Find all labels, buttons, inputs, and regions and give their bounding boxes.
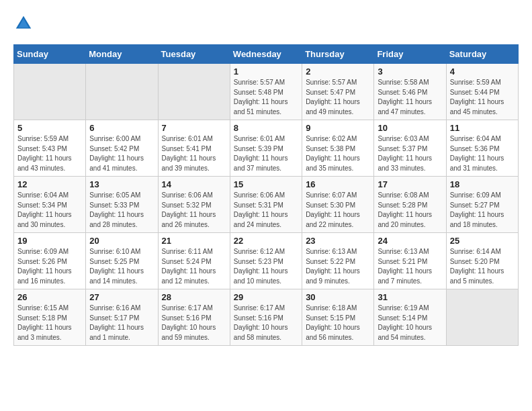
calendar-week-row: 5Sunrise: 5:59 AM Sunset: 5:43 PM Daylig… <box>14 120 519 177</box>
day-number: 24 <box>378 236 442 246</box>
logo-icon <box>13 13 34 34</box>
day-detail: Sunrise: 6:03 AM Sunset: 5:37 PM Dayligh… <box>378 134 442 173</box>
day-number: 1 <box>234 66 298 77</box>
day-number: 8 <box>234 123 298 133</box>
calendar-day-header: Wednesday <box>230 45 302 64</box>
calendar-day-header: Saturday <box>446 45 518 64</box>
calendar-week-row: 1Sunrise: 5:57 AM Sunset: 5:48 PM Daylig… <box>14 64 519 120</box>
day-number: 14 <box>162 179 226 189</box>
day-detail: Sunrise: 6:04 AM Sunset: 5:34 PM Dayligh… <box>17 191 82 230</box>
day-detail: Sunrise: 6:15 AM Sunset: 5:18 PM Dayligh… <box>17 304 82 342</box>
day-number: 15 <box>234 179 298 189</box>
calendar-week-row: 26Sunrise: 6:15 AM Sunset: 5:18 PM Dayli… <box>14 289 519 346</box>
calendar-day-cell <box>14 64 86 120</box>
calendar-day-cell <box>446 289 518 346</box>
calendar-day-cell: 1Sunrise: 5:57 AM Sunset: 5:48 PM Daylig… <box>230 64 302 120</box>
day-number: 28 <box>162 292 226 302</box>
day-number: 30 <box>306 292 370 302</box>
calendar-day-header: Thursday <box>302 45 374 64</box>
day-detail: Sunrise: 6:07 AM Sunset: 5:30 PM Dayligh… <box>306 191 370 230</box>
day-number: 19 <box>17 236 82 246</box>
calendar-day-header: Monday <box>86 45 158 64</box>
day-detail: Sunrise: 6:06 AM Sunset: 5:31 PM Dayligh… <box>234 191 298 230</box>
day-number: 25 <box>450 236 515 246</box>
calendar-week-row: 12Sunrise: 6:04 AM Sunset: 5:34 PM Dayli… <box>14 177 519 233</box>
calendar-day-cell: 25Sunrise: 6:14 AM Sunset: 5:20 PM Dayli… <box>446 233 518 289</box>
day-number: 5 <box>17 123 82 133</box>
calendar-day-cell: 3Sunrise: 5:58 AM Sunset: 5:46 PM Daylig… <box>374 64 446 120</box>
day-number: 17 <box>378 179 442 189</box>
day-detail: Sunrise: 6:18 AM Sunset: 5:15 PM Dayligh… <box>306 304 370 342</box>
calendar-week-row: 19Sunrise: 6:09 AM Sunset: 5:26 PM Dayli… <box>14 233 519 289</box>
calendar-day-cell: 15Sunrise: 6:06 AM Sunset: 5:31 PM Dayli… <box>230 177 302 233</box>
day-number: 6 <box>89 123 154 133</box>
day-number: 9 <box>306 123 370 133</box>
calendar-day-cell: 21Sunrise: 6:11 AM Sunset: 5:24 PM Dayli… <box>158 233 230 289</box>
day-detail: Sunrise: 6:01 AM Sunset: 5:39 PM Dayligh… <box>234 134 298 173</box>
calendar-table: SundayMondayTuesdayWednesdayThursdayFrid… <box>13 44 519 346</box>
calendar-day-cell: 4Sunrise: 5:59 AM Sunset: 5:44 PM Daylig… <box>446 64 518 120</box>
day-detail: Sunrise: 6:06 AM Sunset: 5:32 PM Dayligh… <box>162 191 226 230</box>
calendar-day-cell: 18Sunrise: 6:09 AM Sunset: 5:27 PM Dayli… <box>446 177 518 233</box>
day-number: 18 <box>450 179 515 189</box>
day-number: 27 <box>89 292 154 302</box>
calendar-day-cell: 12Sunrise: 6:04 AM Sunset: 5:34 PM Dayli… <box>14 177 86 233</box>
day-detail: Sunrise: 5:57 AM Sunset: 5:47 PM Dayligh… <box>306 78 370 117</box>
calendar-day-cell <box>158 64 230 120</box>
day-number: 23 <box>306 236 370 246</box>
calendar-day-cell: 29Sunrise: 6:17 AM Sunset: 5:16 PM Dayli… <box>230 289 302 346</box>
day-detail: Sunrise: 6:12 AM Sunset: 5:23 PM Dayligh… <box>234 247 298 286</box>
day-number: 13 <box>89 179 154 189</box>
day-detail: Sunrise: 6:05 AM Sunset: 5:33 PM Dayligh… <box>89 191 154 230</box>
calendar-day-cell: 11Sunrise: 6:04 AM Sunset: 5:36 PM Dayli… <box>446 120 518 177</box>
day-number: 21 <box>162 236 226 246</box>
calendar-day-cell: 8Sunrise: 6:01 AM Sunset: 5:39 PM Daylig… <box>230 120 302 177</box>
calendar-day-cell <box>86 64 158 120</box>
day-number: 11 <box>450 123 515 133</box>
day-detail: Sunrise: 6:01 AM Sunset: 5:41 PM Dayligh… <box>162 134 226 173</box>
day-detail: Sunrise: 6:17 AM Sunset: 5:16 PM Dayligh… <box>162 304 226 342</box>
day-detail: Sunrise: 6:08 AM Sunset: 5:28 PM Dayligh… <box>378 191 442 230</box>
day-detail: Sunrise: 5:58 AM Sunset: 5:46 PM Dayligh… <box>378 78 442 117</box>
calendar-day-cell: 22Sunrise: 6:12 AM Sunset: 5:23 PM Dayli… <box>230 233 302 289</box>
calendar-day-cell: 26Sunrise: 6:15 AM Sunset: 5:18 PM Dayli… <box>14 289 86 346</box>
calendar-day-cell: 23Sunrise: 6:13 AM Sunset: 5:22 PM Dayli… <box>302 233 374 289</box>
day-detail: Sunrise: 6:04 AM Sunset: 5:36 PM Dayligh… <box>450 134 515 173</box>
day-detail: Sunrise: 6:17 AM Sunset: 5:16 PM Dayligh… <box>234 304 298 342</box>
day-number: 22 <box>234 236 298 246</box>
day-detail: Sunrise: 6:09 AM Sunset: 5:27 PM Dayligh… <box>450 191 515 230</box>
calendar-day-cell: 2Sunrise: 5:57 AM Sunset: 5:47 PM Daylig… <box>302 64 374 120</box>
calendar-day-cell: 30Sunrise: 6:18 AM Sunset: 5:15 PM Dayli… <box>302 289 374 346</box>
calendar-day-cell: 7Sunrise: 6:01 AM Sunset: 5:41 PM Daylig… <box>158 120 230 177</box>
day-number: 3 <box>378 66 442 77</box>
day-detail: Sunrise: 5:59 AM Sunset: 5:43 PM Dayligh… <box>17 134 82 173</box>
day-detail: Sunrise: 6:00 AM Sunset: 5:42 PM Dayligh… <box>89 134 154 173</box>
calendar-day-cell: 31Sunrise: 6:19 AM Sunset: 5:14 PM Dayli… <box>374 289 446 346</box>
day-detail: Sunrise: 5:57 AM Sunset: 5:48 PM Dayligh… <box>234 78 298 117</box>
calendar-day-cell: 27Sunrise: 6:16 AM Sunset: 5:17 PM Dayli… <box>86 289 158 346</box>
calendar-day-cell: 17Sunrise: 6:08 AM Sunset: 5:28 PM Dayli… <box>374 177 446 233</box>
day-number: 20 <box>89 236 154 246</box>
calendar-day-cell: 10Sunrise: 6:03 AM Sunset: 5:37 PM Dayli… <box>374 120 446 177</box>
day-number: 12 <box>17 179 82 189</box>
calendar-header-row: SundayMondayTuesdayWednesdayThursdayFrid… <box>14 45 519 64</box>
calendar-day-cell: 19Sunrise: 6:09 AM Sunset: 5:26 PM Dayli… <box>14 233 86 289</box>
calendar-day-cell: 28Sunrise: 6:17 AM Sunset: 5:16 PM Dayli… <box>158 289 230 346</box>
day-number: 7 <box>162 123 226 133</box>
calendar-day-header: Tuesday <box>158 45 230 64</box>
calendar-day-cell: 6Sunrise: 6:00 AM Sunset: 5:42 PM Daylig… <box>86 120 158 177</box>
day-detail: Sunrise: 6:16 AM Sunset: 5:17 PM Dayligh… <box>89 304 154 342</box>
calendar-day-cell: 20Sunrise: 6:10 AM Sunset: 5:25 PM Dayli… <box>86 233 158 289</box>
day-detail: Sunrise: 6:09 AM Sunset: 5:26 PM Dayligh… <box>17 247 82 286</box>
day-number: 10 <box>378 123 442 133</box>
day-number: 26 <box>17 292 82 302</box>
calendar-day-cell: 14Sunrise: 6:06 AM Sunset: 5:32 PM Dayli… <box>158 177 230 233</box>
calendar-day-cell: 13Sunrise: 6:05 AM Sunset: 5:33 PM Dayli… <box>86 177 158 233</box>
day-detail: Sunrise: 6:14 AM Sunset: 5:20 PM Dayligh… <box>450 247 515 286</box>
calendar-day-header: Friday <box>374 45 446 64</box>
calendar-day-cell: 9Sunrise: 6:02 AM Sunset: 5:38 PM Daylig… <box>302 120 374 177</box>
day-detail: Sunrise: 5:59 AM Sunset: 5:44 PM Dayligh… <box>450 78 515 117</box>
calendar-day-cell: 16Sunrise: 6:07 AM Sunset: 5:30 PM Dayli… <box>302 177 374 233</box>
day-detail: Sunrise: 6:19 AM Sunset: 5:14 PM Dayligh… <box>378 304 442 342</box>
calendar-day-header: Sunday <box>14 45 86 64</box>
